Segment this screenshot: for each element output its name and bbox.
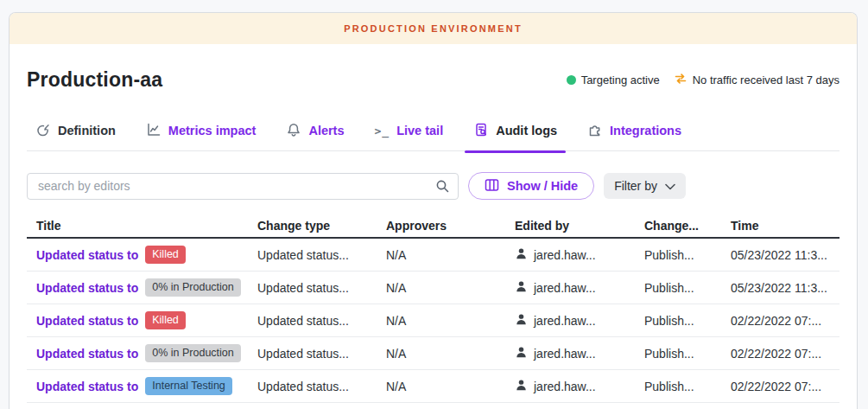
title-cell: Updated status to Killed (27, 246, 248, 264)
approvers-cell: N/A (377, 314, 505, 328)
show-hide-label: Show / Hide (507, 179, 578, 193)
status-group: Targeting active No traffic received las… (567, 73, 839, 87)
table-header: Title Change type Approvers Edited by Ch… (27, 214, 839, 239)
search-editors (27, 173, 459, 200)
filter-by-button[interactable]: Filter by (604, 173, 686, 199)
audit-entry-link[interactable]: Updated status to (36, 248, 138, 262)
title-row: Production-aa Targeting active No traffi… (27, 67, 839, 93)
audit-entry-link[interactable]: Updated status to (36, 347, 138, 361)
audit-entry-link[interactable]: Updated status to (36, 380, 138, 393)
tab-label: Live tail (396, 124, 443, 137)
person-icon (515, 280, 528, 296)
edited-by-cell: jared.haw... (505, 280, 635, 296)
line-chart-icon (146, 122, 162, 140)
tab-bar: Definition Metrics impact (27, 122, 839, 151)
edited-by-cell: jared.haw... (505, 346, 635, 361)
column-header-time: Time (721, 219, 839, 233)
approvers-cell: N/A (377, 281, 505, 295)
change-cell: Publish... (635, 314, 721, 328)
tab-live-tail[interactable]: >_ Live tail (375, 122, 444, 139)
change-cell: Publish... (635, 380, 721, 393)
time-cell: 05/23/2022 11:3... (721, 281, 839, 295)
targeting-status: Targeting active (567, 73, 660, 86)
editor-name: jared.haw... (534, 248, 596, 262)
table-row: Updated status to 0% in Production Updat… (27, 272, 839, 304)
change-type-cell: Updated status... (248, 281, 377, 295)
terminal-icon: >_ (375, 125, 390, 137)
title-cell: Updated status to 0% in Production (27, 344, 248, 362)
environment-banner-label: PRODUCTION ENVIRONMENT (344, 23, 523, 34)
change-type-cell: Updated status... (248, 248, 377, 262)
audit-log-table: Title Change type Approvers Edited by Ch… (27, 214, 839, 403)
audit-entry-link[interactable]: Updated status to (36, 281, 138, 295)
status-badge: 0% in Production (145, 344, 241, 362)
flag-detail-card: PRODUCTION ENVIRONMENT Production-aa Tar… (9, 12, 858, 409)
edit-circle-icon (35, 122, 51, 140)
edited-by-cell: jared.haw... (505, 379, 635, 394)
person-icon (515, 313, 528, 329)
filter-by-label: Filter by (614, 179, 657, 193)
approvers-cell: N/A (377, 248, 505, 262)
tab-audit-logs[interactable]: Audit logs (473, 122, 557, 139)
column-header-change: Change... (635, 219, 721, 233)
change-type-cell: Updated status... (248, 380, 377, 393)
tab-alerts[interactable]: Alerts (286, 122, 344, 139)
tab-label: Metrics impact (168, 124, 257, 137)
person-icon (515, 379, 528, 394)
table-row: Updated status to Killed Updated status.… (27, 304, 839, 337)
show-hide-button[interactable]: Show / Hide (468, 172, 594, 200)
time-cell: 05/23/2022 11:3... (721, 248, 839, 262)
table-body: Updated status to Killed Updated status.… (27, 239, 839, 403)
table-row: Updated status to Internal Testing Updat… (27, 370, 839, 403)
column-header-edited-by: Edited by (505, 219, 635, 233)
change-cell: Publish... (635, 281, 721, 295)
editor-name: jared.haw... (534, 314, 596, 328)
time-cell: 02/22/2022 07:... (721, 380, 839, 393)
puzzle-icon (587, 122, 603, 140)
tab-metrics-impact[interactable]: Metrics impact (146, 122, 257, 139)
title-cell: Updated status to Internal Testing (27, 377, 248, 395)
chevron-down-icon (665, 179, 675, 193)
status-badge: Internal Testing (145, 377, 232, 395)
table-row: Updated status to 0% in Production Updat… (27, 337, 839, 370)
tab-definition[interactable]: Definition (35, 122, 116, 139)
toolbar: Show / Hide Filter by (27, 172, 839, 200)
column-header-change-type: Change type (248, 219, 377, 233)
change-type-cell: Updated status... (248, 347, 377, 361)
traffic-status: No traffic received last 7 days (674, 73, 839, 87)
bell-icon (286, 122, 301, 140)
change-cell: Publish... (635, 347, 721, 361)
tab-label: Audit logs (496, 124, 557, 137)
person-icon (515, 346, 528, 361)
status-badge: Killed (145, 246, 186, 264)
search-input[interactable] (27, 173, 459, 200)
title-cell: Updated status to 0% in Production (27, 278, 248, 297)
targeting-status-label: Targeting active (581, 73, 660, 86)
search-icon (435, 179, 450, 197)
approvers-cell: N/A (377, 380, 505, 393)
approvers-cell: N/A (377, 347, 505, 361)
person-icon (515, 247, 528, 263)
page-title: Production-aa (27, 68, 162, 92)
change-type-cell: Updated status... (248, 314, 377, 328)
status-badge: 0% in Production (145, 278, 241, 297)
table-row: Updated status to Killed Updated status.… (27, 239, 839, 272)
document-search-icon (473, 122, 489, 140)
tab-label: Alerts (308, 124, 344, 137)
title-cell: Updated status to Killed (27, 311, 248, 329)
status-badge: Killed (145, 311, 186, 329)
time-cell: 02/22/2022 07:... (721, 347, 839, 361)
targeting-active-dot-icon (567, 75, 576, 85)
tab-label: Integrations (610, 124, 681, 137)
audit-entry-link[interactable]: Updated status to (36, 314, 138, 328)
traffic-status-label: No traffic received last 7 days (693, 73, 839, 86)
environment-banner: PRODUCTION ENVIRONMENT (10, 13, 857, 44)
editor-name: jared.haw... (534, 347, 596, 361)
edited-by-cell: jared.haw... (505, 247, 635, 263)
tab-integrations[interactable]: Integrations (587, 122, 681, 139)
tab-label: Definition (58, 124, 116, 137)
change-cell: Publish... (635, 248, 721, 262)
editor-name: jared.haw... (534, 281, 596, 295)
columns-icon (485, 178, 499, 195)
swap-arrows-icon (674, 73, 687, 87)
